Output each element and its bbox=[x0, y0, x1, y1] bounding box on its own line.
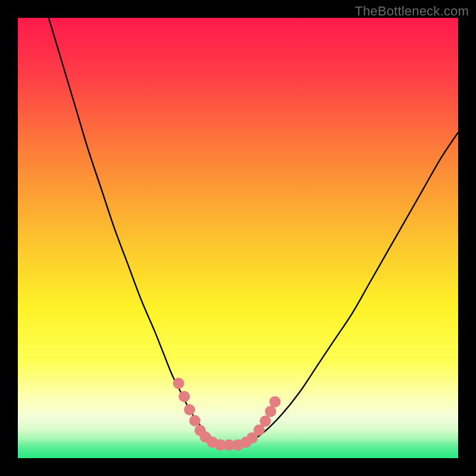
highlight-marker bbox=[259, 415, 271, 427]
highlight-marker bbox=[178, 391, 190, 402]
highlight-marker bbox=[270, 396, 281, 408]
highlight-marker bbox=[184, 404, 195, 415]
curve-layer bbox=[18, 18, 458, 458]
highlight-marker bbox=[265, 406, 276, 417]
highlight-marker bbox=[173, 378, 184, 389]
highlight-marker bbox=[189, 415, 201, 427]
watermark-text: TheBottleneck.com bbox=[355, 4, 469, 19]
chart-frame: TheBottleneck.com bbox=[0, 0, 476, 476]
plot-area bbox=[18, 18, 458, 458]
bottleneck-curve bbox=[49, 18, 458, 446]
highlight-markers bbox=[173, 378, 281, 451]
